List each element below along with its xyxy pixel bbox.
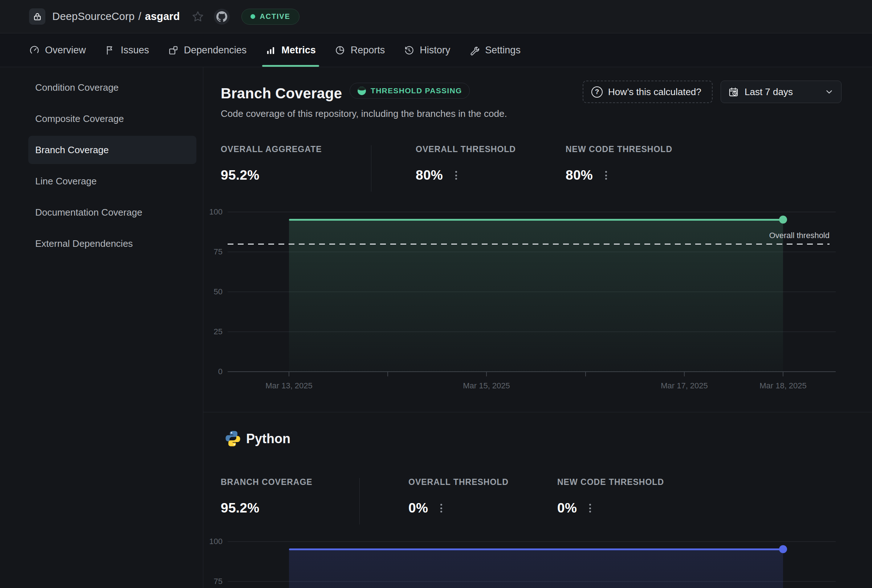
bar-chart-icon (266, 45, 276, 56)
stat-label: BRANCH COVERAGE (221, 477, 312, 487)
sidebar-item-label: Composite Coverage (35, 113, 124, 124)
stat-value: 0% (408, 501, 428, 516)
sidebar-item-label: External Dependencies (35, 238, 133, 249)
tab-issues[interactable]: Issues (105, 33, 149, 67)
sidebar-item-label: Documentation Coverage (35, 207, 142, 218)
tab-label: Reports (351, 45, 385, 56)
sidebar-item-label: Condition Coverage (35, 82, 119, 93)
sidebar-item-branch-coverage[interactable]: Branch Coverage (28, 136, 197, 164)
sidebar-item-documentation-coverage[interactable]: Documentation Coverage (28, 198, 197, 226)
stat-python-branch-coverage: BRANCH COVERAGE 95.2% (221, 477, 312, 487)
github-icon (216, 11, 227, 22)
date-range-label: Last 7 days (744, 86, 819, 98)
threshold-status-badge: THRESHOLD PASSING (350, 83, 470, 99)
sidebar-item-external-dependencies[interactable]: External Dependencies (28, 230, 197, 258)
stat-divider (359, 478, 360, 525)
repo-status-badge: ACTIVE (242, 9, 299, 25)
how-calculated-button[interactable]: ? How’s this calculated? (583, 81, 713, 103)
tab-history[interactable]: History (404, 33, 450, 67)
github-link-button[interactable] (214, 9, 230, 25)
repo-name: asgard (145, 10, 180, 22)
tab-dependencies[interactable]: Dependencies (168, 33, 247, 67)
sidebar-item-label: Line Coverage (35, 176, 96, 187)
stat-divider (371, 145, 371, 192)
history-clock-icon (404, 45, 414, 56)
sidebar-item-line-coverage[interactable]: Line Coverage (28, 167, 197, 195)
stat-value: 0% (557, 501, 577, 516)
stat-new-code-threshold: NEW CODE THRESHOLD 80% (566, 144, 672, 154)
lock-icon (33, 12, 42, 21)
page-title: Branch Coverage (221, 85, 342, 102)
stat-value: 95.2% (221, 168, 259, 183)
calendar-clock-icon (728, 87, 739, 97)
chevron-down-icon (824, 87, 834, 96)
stat-python-overall-threshold: OVERALL THRESHOLD 0% (408, 477, 509, 487)
stat-python-new-code-threshold: NEW CODE THRESHOLD 0% (557, 477, 664, 487)
stat-value: 80% (566, 168, 593, 183)
stat-value: 95.2% (221, 501, 259, 516)
private-repo-lock-chip (29, 8, 45, 25)
star-repo-button[interactable] (191, 10, 204, 23)
threshold-status-label: THRESHOLD PASSING (371, 86, 462, 95)
pie-chart-icon (335, 45, 345, 56)
tab-overview[interactable]: Overview (29, 33, 86, 67)
stat-overall-aggregate: OVERALL AGGREGATE 95.2% (221, 144, 322, 154)
tab-label: History (420, 45, 450, 56)
section-divider (203, 412, 872, 412)
language-section-title: Python (246, 431, 290, 447)
tab-reports[interactable]: Reports (335, 33, 385, 67)
repo-header: DeepSourceCorp/asgard ACTIVE (0, 0, 872, 33)
tab-label: Issues (121, 45, 149, 56)
breadcrumb-separator: / (138, 10, 141, 22)
tab-label: Overview (45, 45, 86, 56)
sidebar-item-condition-coverage[interactable]: Condition Coverage (28, 74, 197, 102)
main-content: Branch Coverage THRESHOLD PASSING ? How’… (203, 67, 872, 588)
status-badge-label: ACTIVE (260, 12, 290, 21)
stat-value: 80% (416, 168, 443, 183)
overall-threshold-menu-button[interactable] (453, 169, 459, 182)
status-dot-icon (251, 14, 255, 19)
sidebar-item-label: Branch Coverage (35, 144, 108, 156)
star-icon (191, 10, 204, 23)
speedometer-icon (29, 45, 40, 56)
deepsource-metrics-page: DeepSourceCorp/asgard ACTIVE Overview (0, 0, 872, 588)
new-code-threshold-menu-button[interactable] (603, 169, 609, 182)
python-logo (224, 430, 242, 447)
stat-label: OVERALL THRESHOLD (416, 144, 516, 154)
sidebar-item-composite-coverage[interactable]: Composite Coverage (28, 105, 197, 133)
metrics-sidebar: Condition Coverage Composite Coverage Br… (0, 67, 203, 588)
org-name: DeepSourceCorp (52, 10, 135, 22)
flag-icon (105, 45, 116, 56)
tab-label: Settings (485, 45, 521, 56)
tab-label: Metrics (281, 45, 316, 56)
repo-nav-tabs: Overview Issues Dependencies Metrics (0, 33, 872, 67)
date-range-dropdown[interactable]: Last 7 days (720, 81, 842, 103)
stat-label: NEW CODE THRESHOLD (566, 144, 672, 154)
python-new-code-threshold-menu-button[interactable] (587, 502, 593, 514)
repo-breadcrumb: DeepSourceCorp/asgard (52, 10, 180, 22)
metric-description: Code coverage of this repository, includ… (221, 108, 507, 119)
question-circle-icon: ? (591, 86, 603, 98)
stat-overall-threshold: OVERALL THRESHOLD 80% (416, 144, 516, 154)
tab-label: Dependencies (184, 45, 247, 56)
help-button-label: How’s this calculated? (608, 86, 701, 98)
stat-label: NEW CODE THRESHOLD (557, 477, 664, 487)
tab-metrics[interactable]: Metrics (266, 33, 316, 67)
gauge-level-icon (357, 86, 366, 96)
wrench-icon (469, 45, 480, 56)
packages-icon (168, 45, 179, 56)
stat-label: OVERALL AGGREGATE (221, 144, 322, 154)
tab-settings[interactable]: Settings (469, 33, 521, 67)
stat-label: OVERALL THRESHOLD (408, 477, 509, 487)
python-overall-threshold-menu-button[interactable] (438, 502, 444, 514)
